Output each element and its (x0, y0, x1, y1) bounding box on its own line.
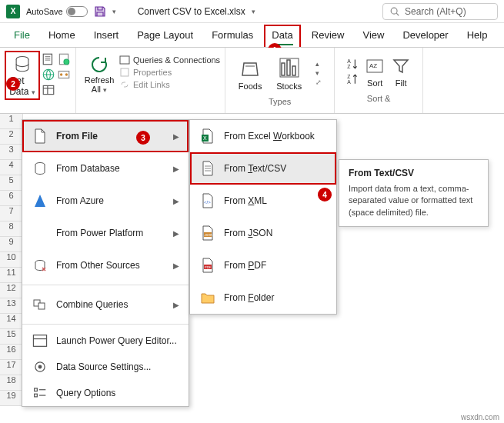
svg-rect-34 (35, 388, 38, 391)
stocks-icon (277, 55, 302, 80)
filter-button[interactable]: Filt (390, 55, 412, 88)
data-types-nav[interactable]: ▴ ▾ ⤢ (315, 60, 322, 86)
foods-data-type-button[interactable]: Foods (238, 55, 262, 91)
search-input[interactable]: Search (Alt+Q) (382, 3, 498, 20)
power-platform-icon (32, 225, 48, 241)
row-header[interactable]: 4 (0, 160, 23, 175)
data-types-group-label: Types (230, 95, 329, 106)
row-header[interactable]: 9 (0, 237, 23, 252)
row-header[interactable]: 6 (0, 191, 23, 206)
settings-icon (32, 358, 48, 375)
menu-from-text-csv[interactable]: From Text/CSV (190, 152, 336, 185)
sort-desc-button[interactable]: ZA (345, 72, 359, 86)
menu-from-pdf[interactable]: PDF From PDF (190, 249, 336, 281)
row-header[interactable]: 12 (0, 283, 23, 298)
menu-page-layout[interactable]: Page Layout (129, 25, 201, 47)
row-header[interactable]: 10 (0, 252, 23, 268)
queries-connections-button[interactable]: Queries & Connections (119, 54, 220, 66)
menu-from-folder[interactable]: From Folder (190, 281, 336, 314)
row-header[interactable]: 7 (0, 206, 23, 221)
refresh-all-button[interactable]: RefreshAll ▾ (81, 51, 118, 98)
menu-from-excel-workbook[interactable]: X From Excel Workbook (190, 120, 336, 152)
row-header[interactable]: 5 (0, 175, 23, 191)
file-name-label: Convert CSV to Excel.xlsx (138, 6, 245, 17)
pdf-file-icon: PDF (199, 257, 216, 274)
combine-icon (32, 296, 48, 313)
get-data-button[interactable]: GetData ▾ (5, 51, 40, 100)
menu-from-database[interactable]: From Database ▶ (22, 152, 189, 185)
get-data-small-buttons (42, 51, 55, 97)
menu-from-power-platform[interactable]: From Power Platform ▶ (22, 217, 189, 249)
ribbon-group-sort-filter: AZ ZA AZ Sort Filt Sort & (335, 48, 423, 113)
row-header[interactable]: 8 (0, 221, 23, 237)
other-sources-icon (32, 257, 48, 274)
menu-from-json[interactable]: JSON From JSON (190, 217, 336, 249)
menu-launch-pq-editor[interactable]: Launch Power Query Editor... (22, 328, 189, 354)
svg-text:Z: Z (347, 64, 350, 69)
expand-icon[interactable]: ⤢ (315, 78, 322, 86)
chevron-down-icon[interactable]: ▾ (315, 69, 322, 77)
excel-file-icon: X (199, 128, 216, 145)
menu-help[interactable]: Help (459, 25, 496, 47)
row-header[interactable]: 14 (0, 314, 23, 329)
sort-asc-button[interactable]: AZ (345, 57, 359, 71)
existing-conn-icon[interactable] (57, 68, 71, 82)
svg-text:A: A (347, 79, 351, 85)
row-header[interactable]: 3 (0, 145, 23, 160)
sort-button[interactable]: AZ Sort (364, 55, 386, 88)
chevron-right-icon: ▶ (173, 301, 179, 309)
row-header[interactable]: 11 (0, 268, 23, 283)
menu-combine-queries[interactable]: Combine Queries ▶ (22, 288, 189, 321)
chevron-right-icon: ▶ (173, 197, 179, 205)
stocks-data-type-button[interactable]: Stocks (276, 55, 302, 91)
file-name-dropdown-icon[interactable]: ▾ (252, 8, 255, 15)
row-header[interactable]: 1 (0, 114, 23, 129)
chevron-up-icon[interactable]: ▴ (315, 60, 322, 68)
menu-review[interactable]: Review (304, 25, 352, 47)
svg-text:</>: </> (204, 200, 211, 205)
menu-insert[interactable]: Insert (86, 25, 127, 47)
row-headers: 1 2 3 4 5 6 7 8 9 10 11 12 13 14 15 16 1… (0, 114, 23, 406)
row-header[interactable]: 17 (0, 360, 23, 375)
menu-query-options[interactable]: Query Options (22, 380, 189, 406)
get-data-small-buttons-2 (57, 51, 71, 82)
edit-links-button[interactable]: Edit Links (119, 78, 220, 91)
ribbon: 2 GetData ▾ (0, 48, 504, 114)
refresh-icon (88, 54, 110, 75)
menu-view[interactable]: View (355, 25, 392, 47)
from-web-small-icon[interactable] (42, 68, 55, 82)
menu-data-source-settings[interactable]: Data Source Settings... (22, 354, 189, 380)
svg-text:AZ: AZ (369, 62, 377, 69)
row-header[interactable]: 18 (0, 375, 23, 391)
autosave-toggle[interactable]: AutoSave (26, 6, 88, 17)
row-header[interactable]: 13 (0, 298, 23, 314)
properties-button[interactable]: Properties (119, 66, 220, 78)
recent-sources-icon[interactable] (57, 52, 71, 66)
menu-from-file[interactable]: From File ▶ 3 (22, 120, 189, 152)
row-header[interactable]: 19 (0, 391, 23, 406)
watermark: wsxdn.com (461, 413, 499, 421)
menu-developer[interactable]: Developer (395, 25, 456, 47)
options-icon (32, 385, 48, 401)
foods-icon (238, 55, 262, 80)
save-icon[interactable] (94, 5, 106, 18)
autosave-switch-icon[interactable] (66, 6, 88, 17)
menu-from-xml[interactable]: </> From XML (190, 185, 336, 217)
from-table-small-icon[interactable] (42, 83, 55, 97)
menu-from-azure[interactable]: From Azure ▶ (22, 185, 189, 217)
menu-from-other-sources[interactable]: From Other Sources ▶ (22, 249, 189, 281)
row-header[interactable]: 16 (0, 345, 23, 360)
menu-separator (22, 324, 189, 325)
row-header[interactable]: 15 (0, 329, 23, 345)
menu-home[interactable]: Home (41, 25, 83, 47)
ribbon-group-data-types: Foods Stocks ▴ ▾ ⤢ Types (225, 48, 335, 113)
svg-rect-30 (33, 335, 46, 347)
from-text-small-icon[interactable] (42, 52, 55, 66)
row-header[interactable]: 2 (0, 129, 23, 145)
qa-dropdown-icon[interactable]: ▾ (112, 8, 116, 15)
menu-file[interactable]: File (6, 25, 38, 47)
search-placeholder: Search (Alt+Q) (405, 6, 466, 17)
tooltip-title: From Text/CSV (349, 168, 479, 178)
menu-data[interactable]: Data (264, 25, 300, 47)
menu-formulas[interactable]: Formulas (204, 25, 261, 47)
